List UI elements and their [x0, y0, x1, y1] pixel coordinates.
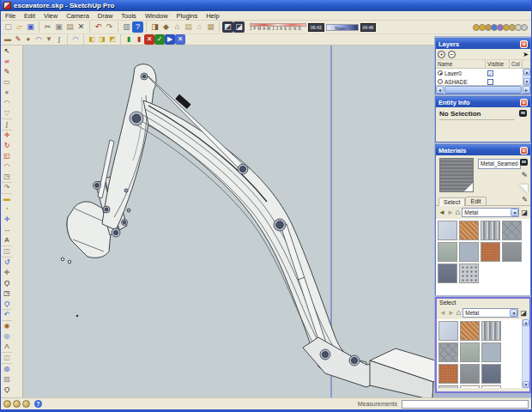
scroll-right-icon[interactable]: ►	[523, 86, 530, 94]
undo-icon[interactable]: ↶	[93, 21, 104, 33]
forward-arrow-icon[interactable]: ►	[448, 310, 455, 317]
create-material-icon[interactable]: ✎	[521, 171, 528, 179]
select-vertical-scrollbar[interactable]: ▲ ▼	[522, 319, 529, 388]
paint-bucket-tool-icon[interactable]: ◍	[2, 364, 12, 374]
diamond-icon[interactable]	[521, 24, 528, 31]
toggle-details-icon[interactable]	[519, 110, 527, 117]
metal-dark-gray[interactable]	[460, 364, 480, 384]
layer-visible-checkbox[interactable]	[487, 70, 493, 76]
circle-icon[interactable]: ●	[23, 34, 33, 45]
texture-tool-icon[interactable]: ▨	[2, 374, 12, 385]
back-arrow-icon[interactable]: ◄	[439, 310, 446, 317]
redo-icon[interactable]: ↷	[104, 21, 115, 33]
close-icon[interactable]: ×	[520, 147, 528, 154]
home-icon[interactable]: ⌂	[456, 309, 461, 317]
metal-diamond-plate[interactable]	[438, 385, 458, 388]
protractor-tool-icon[interactable]: ◔	[2, 204, 12, 215]
title-bar[interactable]: escavatore.skp - SketchUp Pro	[1, 0, 531, 11]
save-icon[interactable]: ▣	[25, 21, 36, 33]
shadow-dialog-icon[interactable]: ◩	[222, 21, 233, 33]
position-camera-tool-icon[interactable]: ◉	[2, 321, 12, 331]
scroll-up-icon[interactable]: ▲	[523, 319, 529, 326]
chevron-down-icon[interactable]: ▼	[510, 309, 517, 317]
material-name-field[interactable]: Metal_Seamed	[478, 159, 521, 169]
open-file-icon[interactable]: ▱	[14, 21, 25, 33]
zoom-extents-tool-icon[interactable]: Ϙ	[2, 299, 12, 310]
shadow-toggle-icon[interactable]: ◪	[233, 21, 245, 33]
layer-row[interactable]: ASHADE	[436, 77, 523, 86]
measurements-input[interactable]	[402, 400, 529, 409]
paint-details-icon[interactable]: ◪	[521, 209, 528, 216]
plugin-check-icon[interactable]: ✓	[154, 34, 165, 45]
erase-icon[interactable]: ✕	[76, 21, 87, 33]
shadow-date-slider[interactable]: J F M A M J J A S O N D	[250, 23, 306, 31]
home-icon[interactable]: ⌂	[456, 209, 460, 216]
column-visible[interactable]: Visible	[486, 60, 510, 68]
layers-vertical-scrollbar[interactable]: ▲ ▼	[523, 69, 530, 85]
metal-diamond-plate[interactable]	[459, 264, 479, 283]
default-material-swatch[interactable]	[519, 185, 528, 193]
layer-visible-checkbox[interactable]	[487, 79, 493, 85]
metal-copper-weave[interactable]	[460, 321, 480, 341]
layers-title-bar[interactable]: Layers ×	[436, 39, 530, 49]
layer-active-radio[interactable]	[438, 70, 443, 76]
sample-paint-icon[interactable]: ✎	[522, 196, 528, 203]
new-file-icon[interactable]: ▢	[3, 21, 14, 33]
magnifier-tool-icon[interactable]: Ϙ	[2, 385, 12, 395]
iso-view-icon[interactable]: ◧	[87, 34, 97, 45]
metal-blue-speckle[interactable]	[481, 342, 501, 362]
push-pull-tool-icon[interactable]: ◳	[2, 172, 12, 183]
back-arrow-icon[interactable]: ◄	[438, 209, 445, 216]
materials-collection-dropdown[interactable]: Metal ▼	[462, 208, 519, 217]
empty[interactable]	[460, 385, 480, 388]
look-around-tool-icon[interactable]: ◎	[2, 331, 12, 342]
front-view-icon[interactable]: ◩	[107, 34, 118, 45]
tape-measure-tool-icon[interactable]: ▬	[2, 194, 12, 204]
model-info-icon[interactable]: ◨	[149, 21, 160, 33]
eraser-tool-icon[interactable]: ▰	[2, 57, 12, 67]
menu-item[interactable]: View	[39, 12, 62, 20]
select-collection-dropdown[interactable]: Metal ▼	[462, 308, 518, 318]
scale-tool-icon[interactable]: ◱	[2, 151, 12, 161]
metal-rust[interactable]	[481, 242, 500, 262]
help-question-icon[interactable]: ?	[34, 400, 42, 408]
freehand-tool-icon[interactable]: ʃ	[2, 119, 12, 130]
scroll-up-icon[interactable]: ▲	[523, 69, 530, 76]
follow-me-tool-icon[interactable]: ↷	[2, 183, 12, 194]
menu-item[interactable]: Draw	[94, 12, 118, 20]
pan-tool-icon[interactable]: ✚	[2, 268, 12, 278]
menu-item[interactable]: Edit	[20, 12, 39, 20]
offset-icon[interactable]: ◠	[70, 34, 81, 45]
polygon-icon[interactable]: ▼	[44, 34, 54, 45]
components-icon[interactable]: ◆	[160, 21, 172, 33]
scroll-down-icon[interactable]: ▼	[523, 381, 529, 388]
plugin-play-icon[interactable]: ▶	[165, 34, 175, 45]
text-tool-icon[interactable]: A	[2, 235, 12, 246]
empty[interactable]	[481, 385, 501, 388]
circle-tool-icon[interactable]: ●	[2, 88, 12, 98]
metal-diamond-x[interactable]	[502, 221, 522, 240]
zoom-window-tool-icon[interactable]: ◳	[2, 288, 12, 299]
entity-info-title-bar[interactable]: Entity Info ×	[436, 97, 530, 107]
scroll-down-icon[interactable]: ▼	[523, 78, 530, 85]
print-icon[interactable]: ▥	[121, 21, 132, 33]
plugin-red-icon[interactable]: ▮	[134, 34, 144, 45]
close-icon[interactable]: ×	[520, 99, 528, 106]
dimension-tool-icon[interactable]: ↔	[2, 225, 12, 235]
polygon-tool-icon[interactable]: ▽	[2, 108, 12, 119]
menu-item[interactable]: Tools	[117, 12, 141, 20]
metal-slate[interactable]	[438, 264, 457, 283]
claim-credit-icon[interactable]	[13, 400, 21, 408]
remove-layer-button[interactable]: −	[448, 51, 456, 58]
metal-light-blue[interactable]	[438, 321, 458, 341]
excavator-model[interactable]	[23, 45, 434, 397]
tab-edit[interactable]: Edit	[465, 197, 486, 205]
menu-item[interactable]: File	[1, 12, 20, 20]
layer-row[interactable]: Layer0	[436, 69, 523, 77]
metal-green-brushed[interactable]	[438, 242, 457, 262]
section-plane-tool-icon[interactable]: ◫	[2, 246, 12, 258]
copy-icon[interactable]: ▣	[53, 21, 64, 33]
chevron-down-icon[interactable]: ▼	[511, 209, 518, 216]
geolocation-icon[interactable]	[3, 400, 11, 408]
axes-tool-icon[interactable]: ✛	[2, 215, 12, 225]
